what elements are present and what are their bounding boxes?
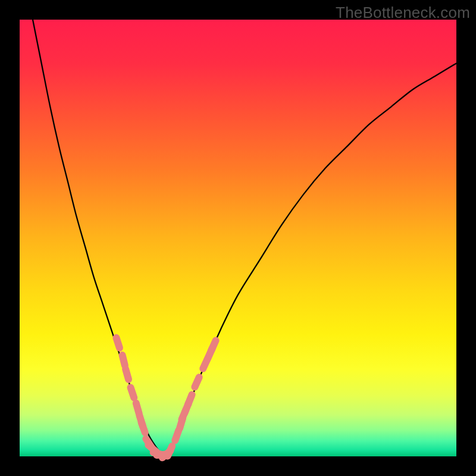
bottleneck-curve	[33, 20, 456, 454]
watermark-text: TheBottleneck.com	[336, 4, 470, 22]
marker-point	[116, 338, 120, 348]
marker-group	[116, 338, 215, 458]
marker-point	[188, 394, 192, 405]
marker-point	[131, 387, 134, 397]
curve-layer	[20, 20, 456, 456]
marker-point	[123, 355, 125, 365]
marker-point	[126, 369, 129, 379]
chart-frame: TheBottleneck.com	[0, 0, 476, 476]
marker-point	[168, 446, 172, 456]
marker-point	[136, 403, 139, 414]
marker-point	[142, 422, 145, 433]
marker-point	[211, 340, 215, 350]
marker-point	[175, 430, 178, 440]
marker-point	[195, 377, 199, 387]
plot-area	[20, 20, 456, 456]
